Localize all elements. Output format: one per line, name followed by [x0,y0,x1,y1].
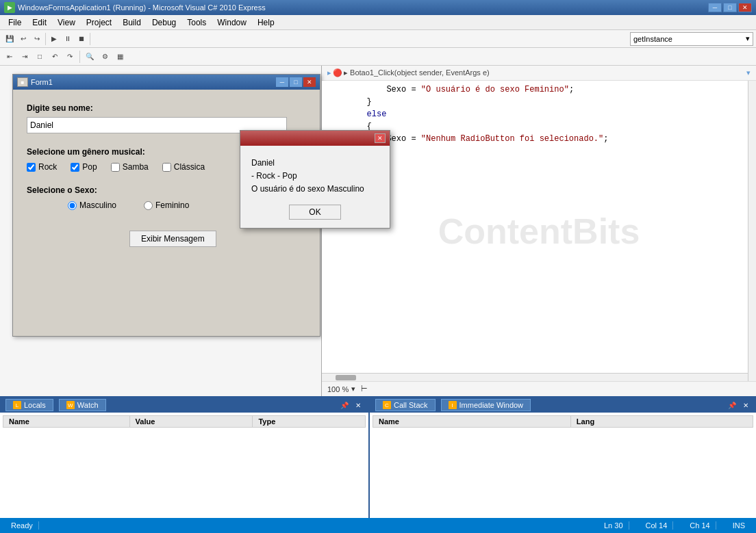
locals-panel-controls[interactable]: 📌 ✕ [338,401,363,410]
locals-tab[interactable]: L Locals [5,399,53,411]
radio-masculino-input[interactable] [68,201,77,210]
watermark: ContentBits [438,211,640,252]
ok-button[interactable]: OK [322,205,341,220]
status-ln: Ln 30 [598,521,629,530]
toolbar-debug-play[interactable]: ▶ [47,32,61,46]
checkbox-rock-label: Rock [38,162,57,172]
code-breadcrumb: ▸ Botao1_Click(object sender, EventArgs … [344,68,490,77]
scrollbar-thumb[interactable] [336,375,356,380]
tb2-btn-6[interactable]: 🔍 [83,50,97,64]
callstack-tab[interactable]: C Call Stack [375,399,436,411]
callstack-panel: C Call Stack I Immediate Window 📌 ✕ Name [370,398,756,533]
menu-build[interactable]: Build [117,16,147,29]
form1-controls[interactable]: ─ □ ✕ [276,77,316,87]
locals-panel-header: L Locals W Watch 📌 ✕ [0,398,368,413]
minimize-button[interactable]: ─ [708,3,722,12]
tb2-btn-5[interactable]: ↷ [63,50,77,64]
watch-tab[interactable]: W Watch [59,399,106,411]
window-controls[interactable]: ─ □ ✕ [708,3,752,12]
checkbox-pop[interactable]: Pop [71,162,97,172]
code-dropdown-icon[interactable]: ▾ [746,68,751,77]
radio-feminino-input[interactable] [144,201,153,210]
zoom-dropdown-icon[interactable]: ▾ [351,385,355,393]
radio-masculino[interactable]: Masculino [68,200,116,210]
checkbox-samba[interactable]: Samba [111,162,149,172]
status-ready: Ready [5,521,39,530]
locals-col-name: Name [3,416,130,428]
radio-feminino[interactable]: Feminino [144,200,189,210]
code-line-3: else [327,108,751,120]
vertical-scrollbar[interactable] [748,81,756,381]
tb2-btn-4[interactable]: ↶ [48,50,62,64]
form1-icon: ■ [17,77,28,87]
toolbar-debug-stop[interactable]: ⏹ [75,32,88,46]
menu-project[interactable]: Project [81,16,117,29]
left-panel: ■ Form1 ─ □ ✕ Digite seu nome: Selecione… [0,66,322,396]
menu-file[interactable]: File [3,16,27,29]
form1-maximize[interactable]: □ [290,77,302,87]
checkbox-samba-input[interactable] [111,163,120,172]
callstack-tab-icon: C [383,401,391,409]
menu-window[interactable]: Window [212,16,252,29]
checkbox-pop-input[interactable] [71,163,79,172]
menu-debug[interactable]: Debug [147,16,181,29]
dialog-text: Daniel - Rock - Pop O usuário é do sexo … [322,157,379,196]
form1-close[interactable]: ✕ [303,77,316,87]
callstack-panel-controls[interactable]: 📌 ✕ [726,401,751,410]
locals-pin-button[interactable]: 📌 [338,401,351,410]
checkbox-classica-input[interactable] [162,163,171,172]
locals-panel: L Locals W Watch 📌 ✕ Name Val [0,398,370,533]
horizontal-scrollbar[interactable] [322,373,748,381]
toolbar-debug-pause[interactable]: ⏸ [61,32,75,46]
dialog-close-button[interactable]: ✕ [375,133,386,143]
callstack-panel-body: Name Lang [370,413,756,533]
dialog-titlebar: ✕ [322,131,390,146]
immediate-tab-icon: I [449,401,457,409]
tb2-btn-7[interactable]: ⚙ [98,50,112,64]
menu-tools[interactable]: Tools [181,16,212,29]
locals-tab-icon: L [13,401,21,409]
dropdown-value: getInstance [633,35,672,43]
function-dropdown[interactable]: getInstance ▾ [630,32,753,46]
tb2-btn-1[interactable]: ⇤ [3,50,16,64]
immediate-tab-label: Immediate Window [459,401,524,409]
form1-minimize[interactable]: ─ [276,77,288,87]
menu-help[interactable]: Help [252,16,280,29]
dialog-line1: Daniel [322,157,379,170]
toolbar-btn-2[interactable]: ↩ [16,32,30,46]
window-title: WindowsFormsApplication1 (Running) - Mic… [18,3,708,12]
tb2-btn-3[interactable]: □ [33,50,47,64]
menu-view[interactable]: View [52,16,81,29]
toolbar-sep-1 [45,33,46,45]
radio-masculino-label: Masculino [79,200,116,210]
dropdown-arrow-icon[interactable]: ▾ [746,34,750,43]
callstack-table: Name Lang [373,415,753,428]
close-button[interactable]: ✕ [738,3,752,12]
toolbar-btn-3[interactable]: ↪ [30,32,44,46]
status-bar: Ready Ln 30 Col 14 Ch 14 INS [0,518,756,533]
callstack-pin-button[interactable]: 📌 [726,401,738,410]
toolbar-btn-1[interactable]: 💾 [3,32,16,46]
checkbox-rock-input[interactable] [27,163,36,172]
exibir-button[interactable]: Exibir Mensagem [129,231,216,247]
callstack-col-lang: Lang [570,416,753,428]
immediate-tab[interactable]: I Immediate Window [441,399,531,411]
menu-edit[interactable]: Edit [27,16,52,29]
maximize-button[interactable]: □ [723,3,737,12]
watch-tab-label: Watch [77,401,99,409]
toolbar-sep-2 [90,33,90,45]
checkbox-rock[interactable]: Rock [27,162,57,172]
tb2-btn-8[interactable]: ▦ [113,50,127,64]
title-bar: ▶ WindowsFormsApplication1 (Running) - M… [0,0,756,15]
zoom-icon[interactable]: ⊢ [361,385,368,393]
radio-feminino-label: Feminino [155,200,189,210]
code-editor-pane[interactable]: ContentBits Sexo = "O usuário é do sexo … [322,81,756,381]
status-col: Col 14 [640,521,674,530]
tb2-btn-2[interactable]: ⇥ [18,50,32,64]
locals-close-button[interactable]: ✕ [353,401,363,410]
editor-area: ▸ 🔴 ▸ Botao1_Click(object sender, EventA… [322,66,756,396]
callstack-close-button[interactable]: ✕ [741,401,751,410]
app-icon: ▶ [4,2,15,13]
checkbox-classica[interactable]: Clássica [162,162,205,172]
checkbox-samba-label: Samba [123,162,149,172]
